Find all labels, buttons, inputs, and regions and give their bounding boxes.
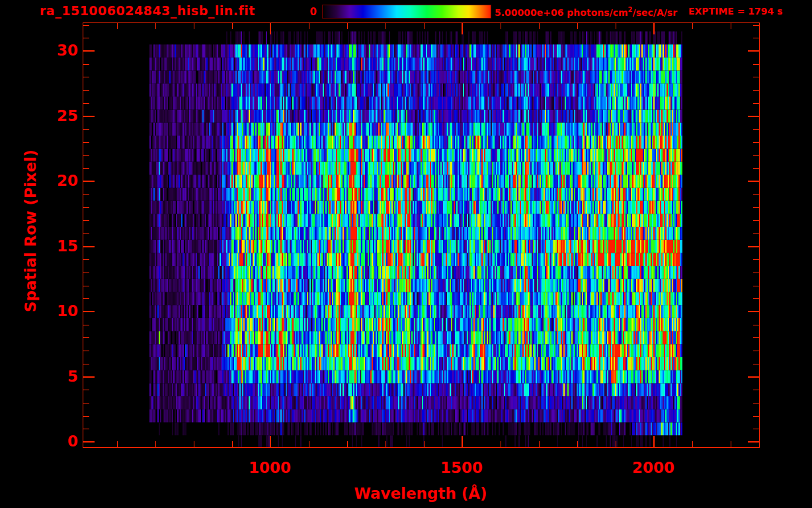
axis-tick — [83, 273, 89, 273]
axis-tick — [386, 23, 386, 29]
plot-area — [83, 22, 760, 448]
axis-tick — [753, 220, 759, 221]
axis-tick — [539, 23, 540, 29]
axis-tick — [692, 23, 693, 29]
axis-tick — [83, 298, 89, 299]
colorbar-units-superscript: 2 — [628, 6, 633, 13]
axis-tick — [83, 77, 89, 77]
axis-tick — [753, 429, 759, 429]
axis-tick — [753, 233, 759, 234]
axis-tick — [753, 298, 759, 299]
colorbar-max-label: 5.00000e+06 photons/cm2/sec/A/sr — [495, 6, 677, 18]
x-tick-label: 2000 — [614, 458, 693, 477]
axis-tick — [753, 259, 759, 260]
axis-tick — [748, 246, 759, 247]
axis-tick — [83, 50, 95, 52]
axis-tick — [83, 142, 89, 143]
x-tick-label: 1000 — [230, 458, 309, 477]
axis-tick — [577, 23, 578, 29]
axis-tick — [309, 23, 309, 29]
axis-tick — [83, 246, 95, 247]
axis-tick — [462, 436, 463, 447]
axis-tick — [83, 325, 89, 325]
axis-tick — [748, 116, 759, 117]
axis-tick — [83, 220, 89, 221]
y-tick-label: 20 — [42, 171, 78, 190]
axis-tick — [386, 441, 386, 447]
axis-tick — [753, 77, 759, 77]
axis-tick — [232, 23, 233, 29]
axis-tick — [753, 25, 759, 26]
axis-tick — [753, 38, 759, 38]
axis-tick — [753, 364, 759, 364]
axis-tick — [270, 436, 271, 447]
axis-tick — [83, 259, 89, 260]
spectral-heatmap-image — [83, 23, 759, 447]
axis-tick — [83, 38, 89, 38]
y-tick-label: 10 — [42, 302, 78, 320]
y-axis-title: Spatial Row (Pixel) — [22, 160, 39, 312]
axis-tick — [83, 103, 89, 104]
axis-tick — [753, 416, 759, 417]
axis-tick — [347, 441, 348, 447]
axis-tick — [653, 436, 655, 447]
axis-tick — [753, 103, 759, 104]
colorbar-units-post: /sec/A/sr — [633, 7, 678, 18]
axis-tick — [748, 181, 759, 182]
axis-tick — [753, 155, 759, 156]
exptime-label: EXPTIME = 1794 s — [688, 6, 783, 17]
axis-tick — [83, 90, 89, 91]
colorbar-min-label: 0 — [301, 6, 317, 18]
axis-tick — [692, 441, 693, 447]
axis-tick — [347, 23, 348, 29]
y-tick-label: 30 — [42, 41, 78, 60]
colorbar-units-pre: 5.00000e+06 photons/cm — [495, 7, 628, 18]
axis-tick — [117, 23, 118, 29]
axis-tick — [155, 23, 156, 29]
axis-tick — [83, 311, 95, 312]
axis-tick — [155, 441, 156, 447]
axis-tick — [616, 441, 616, 447]
axis-tick — [83, 337, 89, 338]
file-title: ra_151006024843_hisb_lin.fit — [40, 3, 255, 18]
axis-tick — [83, 155, 89, 156]
axis-tick — [753, 64, 759, 65]
axis-tick — [753, 337, 759, 338]
axis-tick — [309, 441, 309, 447]
axis-tick — [83, 25, 89, 26]
axis-tick — [83, 116, 95, 117]
x-tick-label: 1500 — [422, 458, 501, 477]
axis-tick — [194, 23, 194, 29]
axis-tick — [616, 23, 616, 29]
axis-tick — [539, 441, 540, 447]
axis-tick — [83, 286, 89, 286]
axis-tick — [83, 168, 89, 169]
axis-tick — [753, 207, 759, 208]
axis-tick — [731, 441, 731, 447]
axis-tick — [753, 90, 759, 91]
axis-tick — [501, 23, 501, 29]
axis-tick — [270, 23, 271, 34]
axis-tick — [83, 351, 89, 351]
axis-tick — [83, 441, 95, 443]
axis-tick — [731, 23, 731, 29]
axis-tick — [577, 441, 578, 447]
axis-tick — [753, 129, 759, 130]
axis-tick — [83, 364, 89, 364]
axis-tick — [83, 429, 89, 429]
axis-tick — [424, 23, 425, 29]
axis-tick — [462, 23, 463, 34]
axis-tick — [83, 233, 89, 234]
axis-tick — [748, 441, 759, 443]
axis-tick — [232, 441, 233, 447]
axis-tick — [424, 441, 425, 447]
axis-tick — [753, 168, 759, 169]
axis-tick — [748, 311, 759, 312]
axis-tick — [748, 376, 759, 378]
axis-tick — [83, 194, 89, 195]
axis-tick — [753, 194, 759, 195]
axis-tick — [83, 207, 89, 208]
axis-tick — [501, 441, 501, 447]
axis-tick — [83, 376, 95, 378]
y-tick-label: 0 — [42, 432, 78, 450]
